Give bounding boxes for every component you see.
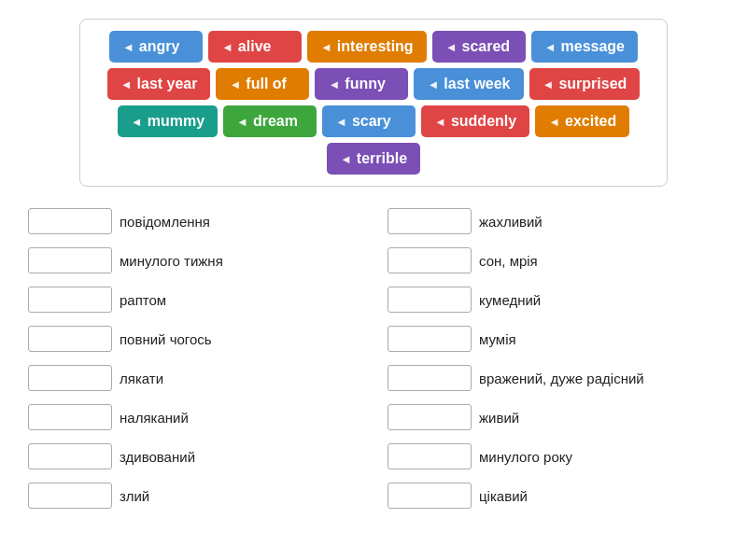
- speaker-icon: ◄: [328, 77, 340, 91]
- tile-terrible[interactable]: ◄terrible: [327, 143, 420, 175]
- speaker-icon: ◄: [221, 40, 233, 54]
- tile-suddenly[interactable]: ◄suddenly: [421, 105, 529, 137]
- match-input-left-1[interactable]: [28, 247, 112, 273]
- tile-surprised[interactable]: ◄surprised: [529, 68, 641, 100]
- match-input-right-6[interactable]: [388, 443, 472, 469]
- tile-message[interactable]: ◄message: [531, 31, 638, 63]
- speaker-icon: ◄: [427, 77, 439, 91]
- speaker-icon: ◄: [434, 115, 446, 129]
- tile-scared[interactable]: ◄scared: [432, 31, 526, 63]
- match-input-left-5[interactable]: [28, 404, 112, 430]
- tile-last-year[interactable]: ◄last year: [107, 68, 211, 100]
- matching-section: повідомленняжахливийминулого тижнясон, м…: [28, 203, 719, 513]
- match-row-left-7: злий: [28, 478, 359, 513]
- match-row-right-6: минулого року: [388, 439, 719, 474]
- speaker-icon: ◄: [120, 77, 133, 91]
- tile-last-week[interactable]: ◄last week: [414, 68, 523, 100]
- match-row-right-3: мумія: [388, 321, 719, 357]
- match-row-left-4: лякати: [28, 360, 359, 396]
- speaker-icon: ◄: [544, 40, 557, 54]
- match-row-left-2: раптом: [28, 282, 359, 317]
- tile-dream[interactable]: ◄dream: [223, 105, 317, 137]
- tiles-container: ◄angry◄alive◄interesting◄scared◄message◄…: [79, 19, 668, 187]
- match-row-left-3: повний чогось: [28, 321, 359, 357]
- tile-label-alive: alive: [238, 38, 272, 55]
- match-row-right-7: цікавий: [388, 478, 719, 513]
- tile-interesting[interactable]: ◄interesting: [307, 31, 427, 63]
- match-input-right-3[interactable]: [388, 326, 472, 352]
- tile-scary[interactable]: ◄scary: [322, 105, 416, 137]
- match-label-right-0: жахливий: [479, 214, 543, 230]
- match-input-right-7[interactable]: [388, 483, 472, 509]
- tile-label-message: message: [561, 38, 626, 55]
- tile-excited[interactable]: ◄excited: [535, 105, 629, 137]
- speaker-icon: ◄: [320, 40, 332, 54]
- match-input-right-5[interactable]: [388, 404, 472, 430]
- match-label-right-6: минулого року: [479, 449, 572, 465]
- tile-alive[interactable]: ◄alive: [208, 31, 302, 63]
- speaker-icon: ◄: [335, 115, 347, 129]
- tile-angry[interactable]: ◄angry: [109, 31, 203, 63]
- tile-label-last-year: last year: [137, 76, 198, 92]
- match-input-left-0[interactable]: [28, 208, 112, 234]
- speaker-icon: ◄: [340, 152, 352, 166]
- speaker-icon: ◄: [543, 77, 555, 91]
- tile-label-full-of: full of: [246, 76, 287, 92]
- match-row-right-4: вражений, дуже радісний: [388, 360, 719, 396]
- match-input-left-6[interactable]: [28, 443, 112, 469]
- match-label-right-4: вражений, дуже радісний: [479, 371, 644, 386]
- match-label-right-5: живий: [479, 410, 519, 426]
- match-row-left-5: наляканий: [28, 399, 359, 435]
- match-label-right-3: мумія: [479, 331, 516, 347]
- match-label-left-3: повний чогось: [120, 331, 212, 347]
- speaker-icon: ◄: [445, 40, 458, 54]
- match-label-left-4: лякати: [120, 371, 163, 386]
- match-label-right-2: кумедний: [479, 292, 541, 308]
- tile-label-funny: funny: [345, 76, 386, 92]
- match-label-left-6: здивований: [120, 449, 195, 465]
- match-input-left-3[interactable]: [28, 326, 112, 352]
- match-input-right-0[interactable]: [388, 208, 472, 234]
- match-input-left-2[interactable]: [28, 287, 112, 313]
- match-label-right-1: сон, мрія: [479, 253, 538, 269]
- tile-funny[interactable]: ◄funny: [315, 68, 408, 100]
- match-label-right-7: цікавий: [479, 488, 528, 504]
- match-row-left-0: повідомлення: [28, 203, 359, 239]
- match-row-left-1: минулого тижня: [28, 243, 359, 278]
- tile-label-scared: scared: [462, 38, 511, 55]
- match-row-right-0: жахливий: [388, 203, 719, 239]
- match-label-left-7: злий: [120, 488, 149, 504]
- match-row-left-6: здивований: [28, 439, 359, 474]
- tile-label-scary: scary: [352, 113, 391, 130]
- speaker-icon: ◄: [131, 115, 143, 129]
- match-input-right-1[interactable]: [388, 247, 472, 273]
- tile-label-terrible: terrible: [357, 150, 407, 167]
- match-label-left-5: наляканий: [120, 410, 189, 426]
- match-label-left-2: раптом: [120, 292, 166, 308]
- match-row-right-2: кумедний: [388, 282, 719, 317]
- match-row-right-1: сон, мрія: [388, 243, 719, 278]
- tile-full-of[interactable]: ◄full of: [216, 68, 309, 100]
- speaker-icon: ◄: [236, 115, 248, 129]
- tile-label-last-week: last week: [444, 76, 510, 92]
- tile-label-interesting: interesting: [337, 38, 414, 55]
- tile-label-angry: angry: [139, 38, 180, 55]
- match-input-right-4[interactable]: [388, 365, 472, 391]
- match-label-left-1: минулого тижня: [120, 253, 223, 269]
- speaker-icon: ◄: [229, 77, 241, 91]
- match-label-left-0: повідомлення: [120, 214, 210, 230]
- speaker-icon: ◄: [548, 115, 560, 129]
- speaker-icon: ◄: [122, 40, 134, 54]
- match-input-left-7[interactable]: [28, 483, 112, 509]
- tile-label-excited: excited: [565, 113, 616, 130]
- tile-mummy[interactable]: ◄mummy: [118, 105, 218, 137]
- tile-label-mummy: mummy: [148, 113, 204, 130]
- match-row-right-5: живий: [388, 399, 719, 435]
- match-input-left-4[interactable]: [28, 365, 112, 391]
- tile-label-surprised: surprised: [558, 76, 627, 92]
- tile-label-suddenly: suddenly: [451, 113, 516, 130]
- match-input-right-2[interactable]: [388, 287, 472, 313]
- tile-label-dream: dream: [253, 113, 298, 130]
